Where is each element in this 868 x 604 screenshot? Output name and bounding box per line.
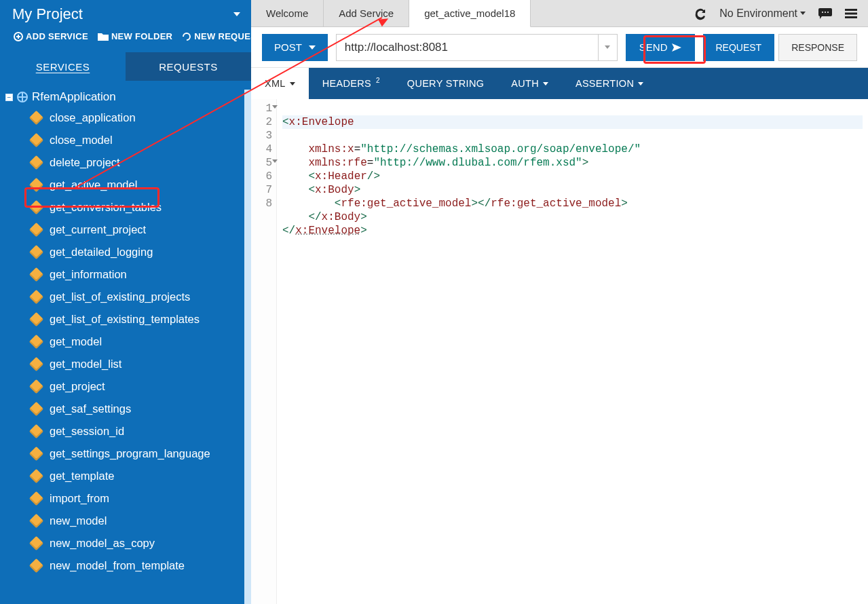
- operation-icon: [29, 424, 43, 438]
- add-service-button[interactable]: ADD SERVICE: [10, 30, 92, 43]
- svg-point-3: [825, 12, 826, 13]
- tree-item-delete-project[interactable]: delete_project: [0, 151, 251, 174]
- subtab-headers[interactable]: HEADERS2: [309, 68, 394, 99]
- tree-item-get-active-model[interactable]: get_active_model: [0, 174, 251, 196]
- tree-item-new-model-as-copy[interactable]: new_model_as_copy: [0, 532, 251, 554]
- plus-circle-icon: [14, 32, 23, 41]
- sidebar-scrollbar[interactable]: [244, 90, 251, 604]
- operation-icon: [29, 536, 43, 550]
- http-method-button[interactable]: POST: [262, 34, 328, 61]
- operation-icon: [29, 335, 43, 349]
- menu-icon[interactable]: [845, 8, 857, 19]
- operation-icon: [29, 447, 43, 461]
- subtab-query-string[interactable]: QUERY STRING: [394, 68, 497, 99]
- chevron-down-icon: [290, 82, 295, 86]
- globe-icon: [17, 92, 28, 102]
- tree-item-get-conversion-tables[interactable]: get_conversion_tables: [0, 196, 251, 219]
- tab-add-service[interactable]: Add Service: [324, 0, 409, 26]
- collapse-toggle-icon[interactable]: −: [5, 94, 13, 101]
- operation-icon: [29, 312, 43, 326]
- new-folder-button[interactable]: NEW FOLDER: [94, 30, 176, 43]
- svg-point-4: [827, 12, 829, 13]
- operation-icon: [29, 155, 43, 170]
- svg-rect-7: [845, 16, 857, 18]
- url-input[interactable]: [337, 35, 598, 60]
- tree-item-get-session-id[interactable]: get_session_id: [0, 420, 251, 442]
- environment-select[interactable]: No Environment: [719, 7, 806, 20]
- tab-welcome[interactable]: Welcome: [251, 0, 324, 26]
- operation-icon: [29, 223, 43, 237]
- operation-icon: [29, 402, 43, 416]
- operation-icon: [29, 469, 43, 483]
- tree-item-close-model[interactable]: close_model: [0, 129, 251, 151]
- tree-root[interactable]: − RfemApplication: [0, 88, 251, 107]
- tree-item-get-project[interactable]: get_project: [0, 375, 251, 398]
- subtab-auth[interactable]: AUTH: [497, 68, 562, 99]
- tree-item-get-list-of-existing-templates[interactable]: get_list_of_existing_templates: [0, 308, 251, 331]
- tree-item-import-from[interactable]: import_from: [0, 487, 251, 510]
- folder-icon: [98, 32, 109, 41]
- operation-icon: [29, 290, 43, 304]
- tree-item-get-list-of-existing-projects[interactable]: get_list_of_existing_projects: [0, 286, 251, 308]
- tree-item-get-current-project[interactable]: get_current_project: [0, 219, 251, 241]
- tree-item-get-detailed-logging[interactable]: get_detailed_logging: [0, 241, 251, 263]
- svg-point-2: [822, 12, 823, 13]
- tab-services[interactable]: SERVICES: [0, 52, 126, 81]
- operation-icon: [29, 379, 43, 394]
- operation-icon: [29, 245, 43, 259]
- tree-item-get-template[interactable]: get_template: [0, 465, 251, 487]
- code-content[interactable]: <x:Envelope xmlns:x="http://schemas.xmls…: [277, 99, 868, 604]
- topbar: Welcome Add Service get_active_model18 N…: [251, 0, 868, 27]
- refresh-icon[interactable]: [694, 7, 707, 20]
- tree-item-new-model-from-template[interactable]: new_model_from_template: [0, 554, 251, 577]
- operation-icon: [29, 267, 43, 282]
- tree-item-get-model[interactable]: get_model: [0, 331, 251, 353]
- tree-item-new-model[interactable]: new_model: [0, 510, 251, 532]
- url-history-dropdown[interactable]: [598, 35, 617, 60]
- main-panel: Welcome Add Service get_active_model18 N…: [251, 0, 868, 604]
- chevron-down-icon: [309, 45, 316, 50]
- send-button[interactable]: SEND: [626, 34, 695, 61]
- operation-icon: [29, 111, 43, 125]
- chevron-down-icon: [543, 82, 548, 86]
- operation-icon: [29, 200, 43, 214]
- request-sub-tabs: XML HEADERS2 QUERY STRING AUTH ASSERTION: [251, 68, 868, 99]
- operation-icon: [29, 357, 43, 371]
- subtab-xml[interactable]: XML: [251, 68, 309, 99]
- url-bar: POST SEND REQUEST RESPONSE: [251, 27, 868, 68]
- svg-rect-6: [845, 12, 857, 14]
- operation-icon: [29, 178, 43, 192]
- operation-icon: [29, 514, 43, 528]
- project-dropdown-icon[interactable]: [233, 12, 240, 16]
- tree-item-close-application[interactable]: close_application: [0, 107, 251, 129]
- request-icon: [182, 32, 191, 41]
- tab-response[interactable]: RESPONSE: [778, 34, 857, 61]
- tree-item-get-model-list[interactable]: get_model_list: [0, 353, 251, 375]
- line-gutter: 1 2 3 4 5 6 7 8: [251, 99, 277, 604]
- svg-rect-5: [845, 9, 857, 11]
- chevron-down-icon: [800, 12, 806, 15]
- tab-request[interactable]: REQUEST: [703, 34, 775, 61]
- code-editor[interactable]: 1 2 3 4 5 6 7 8 <x:Envelope xmlns:x="htt…: [251, 99, 868, 604]
- chevron-down-icon: [638, 82, 643, 86]
- subtab-assertion[interactable]: ASSERTION: [562, 68, 657, 99]
- comment-icon[interactable]: [818, 7, 833, 20]
- operation-icon: [29, 559, 43, 573]
- tree-item-get-saf-settings[interactable]: get_saf_settings: [0, 398, 251, 420]
- send-icon: [672, 43, 681, 52]
- sidebar: My Project ADD SERVICE NEW FOLDER NEW RE…: [0, 0, 251, 604]
- operation-icon: [29, 133, 43, 147]
- tree-root-label: RfemApplication: [32, 90, 116, 104]
- service-tree: − RfemApplication close_application clos…: [0, 81, 251, 604]
- project-title[interactable]: My Project: [12, 5, 83, 23]
- tab-get-active-model18[interactable]: get_active_model18: [409, 0, 531, 27]
- tree-item-get-information[interactable]: get_information: [0, 263, 251, 286]
- operation-icon: [29, 491, 43, 506]
- chevron-down-icon: [605, 45, 610, 49]
- tree-item-get-settings-program-language[interactable]: get_settings_program_language: [0, 442, 251, 465]
- tab-requests[interactable]: REQUESTS: [126, 52, 251, 81]
